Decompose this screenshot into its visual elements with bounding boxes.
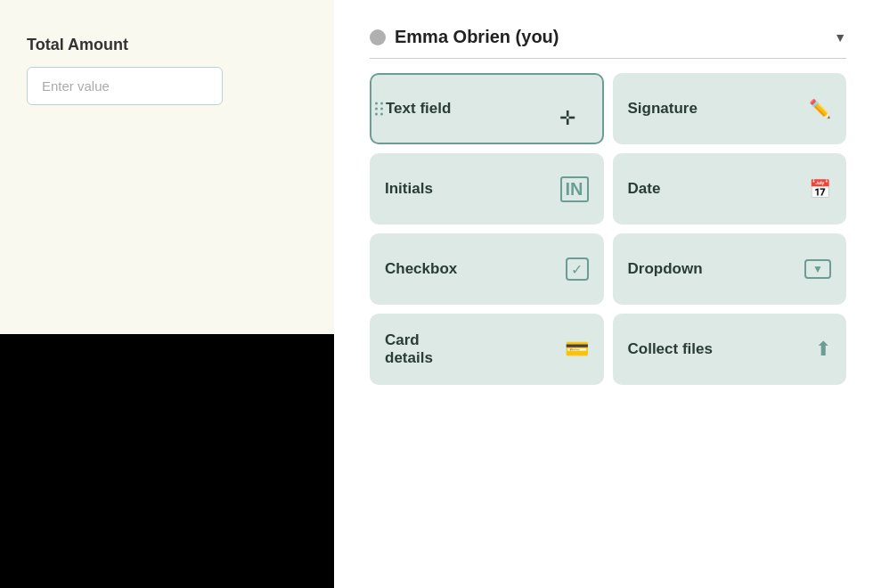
tile-text-field[interactable]: Text field ✛ <box>370 73 604 144</box>
card-icon: 💳 <box>565 338 589 361</box>
move-cursor-icon: ✛ <box>559 107 575 130</box>
tile-label-collect-files: Collect files <box>628 340 713 358</box>
chevron-down-icon: ▼ <box>834 30 846 45</box>
left-panel: Total Amount <box>0 0 334 334</box>
tile-label-signature: Signature <box>628 100 698 118</box>
tile-label-text-field: Text field <box>386 100 451 118</box>
tile-label-checkbox: Checkbox <box>385 260 457 278</box>
checkbox-icon: ✓ <box>566 257 589 281</box>
initials-icon: IN <box>560 176 589 202</box>
tile-signature[interactable]: Signature ✏️ <box>613 73 847 144</box>
tile-label-date: Date <box>628 180 661 198</box>
right-panel: Emma Obrien (you) ▼ Text field ✛ Signatu… <box>334 0 873 588</box>
tile-checkbox[interactable]: Checkbox ✓ <box>370 233 604 305</box>
tile-label-initials: Initials <box>385 180 433 198</box>
pen-icon: ✏️ <box>809 98 831 119</box>
tile-dropdown[interactable]: Dropdown ▼ <box>613 233 847 305</box>
total-amount-label: Total Amount <box>27 36 307 54</box>
tile-collect-files[interactable]: Collect files ⬆ <box>613 314 847 385</box>
user-info: Emma Obrien (you) <box>370 27 559 47</box>
tile-label-dropdown: Dropdown <box>628 260 703 278</box>
calendar-icon: 📅 <box>809 178 831 200</box>
tile-date[interactable]: Date 📅 <box>613 153 847 225</box>
upload-icon: ⬆ <box>815 338 831 361</box>
drag-handle <box>375 102 383 116</box>
dropdown-icon: ▼ <box>804 259 831 279</box>
field-grid: Text field ✛ Signature ✏️ Initials IN Da… <box>370 73 846 385</box>
user-dropdown[interactable]: Emma Obrien (you) ▼ <box>370 27 846 59</box>
avatar <box>370 29 386 45</box>
tile-initials[interactable]: Initials IN <box>370 153 604 225</box>
user-name: Emma Obrien (you) <box>395 27 559 47</box>
tile-card-details[interactable]: Carddetails 💳 <box>370 314 604 385</box>
enter-value-input[interactable] <box>27 67 223 105</box>
tile-label-card-details: Carddetails <box>385 331 433 367</box>
